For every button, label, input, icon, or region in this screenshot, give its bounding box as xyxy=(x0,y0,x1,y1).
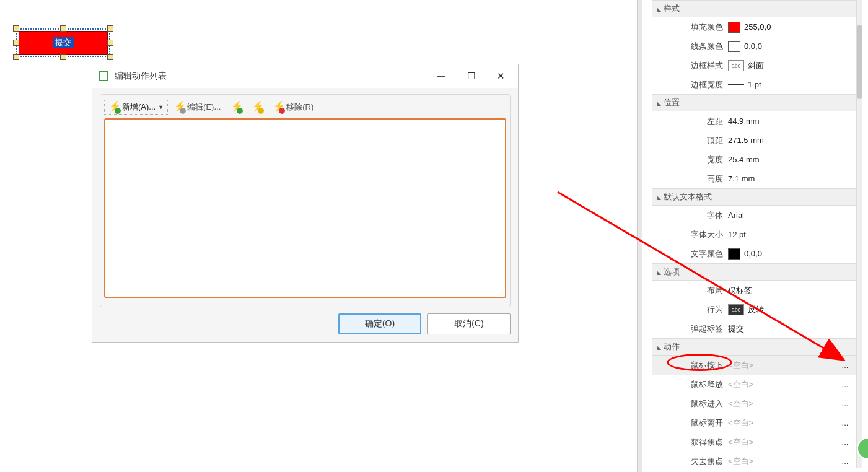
prop-mouseup[interactable]: 鼠标释放 <空白> ... xyxy=(652,375,862,394)
line-swatch[interactable] xyxy=(728,41,740,52)
line-width-icon xyxy=(728,84,744,85)
edit-actions-dialog: 编辑动作列表 新增(A)... ▼ 编辑(E)... 移除(R) xyxy=(92,64,519,343)
border-style-icon: abc xyxy=(728,60,744,71)
ok-button[interactable]: 确定(O) xyxy=(338,313,421,334)
text-color-swatch[interactable] xyxy=(728,248,740,260)
selected-shape[interactable]: 提交 xyxy=(16,28,110,57)
bolt-edit-icon xyxy=(173,102,185,113)
prop-up-label[interactable]: 弹起标签 提交 xyxy=(652,319,862,338)
prop-font-color[interactable]: 文字颜色 0,0,0 xyxy=(652,244,862,263)
form-button-label: 提交 xyxy=(53,37,74,48)
form-button-shape[interactable]: 提交 xyxy=(19,31,108,55)
window-close-button[interactable] xyxy=(486,67,515,85)
resize-handle-tr[interactable] xyxy=(107,25,113,32)
mousedown-more-button[interactable]: ... xyxy=(839,361,851,370)
window-maximize-button[interactable] xyxy=(456,67,486,85)
prop-behavior[interactable]: 行为 abc反转 xyxy=(652,300,862,319)
prop-blur[interactable]: 失去焦点 <空白> ... xyxy=(652,452,862,468)
dialog-toolbar: 新增(A)... ▼ 编辑(E)... 移除(R) xyxy=(104,98,506,118)
cancel-button[interactable]: 取消(C) xyxy=(427,313,511,334)
dropdown-caret-icon: ▼ xyxy=(158,104,164,110)
blur-more-button[interactable]: ... xyxy=(839,457,851,466)
resize-handle-tm[interactable] xyxy=(60,25,66,32)
remove-label: 移除(R) xyxy=(286,102,313,113)
mouseout-more-button[interactable]: ... xyxy=(839,418,851,427)
section-options[interactable]: 选项 xyxy=(652,263,862,281)
prop-border-style[interactable]: 边框样式 abc斜面 xyxy=(652,56,862,75)
bolt-remove-icon xyxy=(273,102,284,113)
add-label: 新增(A)... xyxy=(122,102,156,113)
prop-width[interactable]: 宽度 25.4 mm xyxy=(652,150,862,169)
prop-mousein[interactable]: 鼠标进入 <空白> ... xyxy=(652,394,862,413)
window-minimize-button[interactable] xyxy=(426,67,456,85)
dialog-title: 编辑动作列表 xyxy=(115,71,426,82)
behavior-icon: abc xyxy=(728,304,744,315)
fill-swatch[interactable] xyxy=(728,22,740,33)
dialog-body: 新增(A)... ▼ 编辑(E)... 移除(R) xyxy=(100,94,511,307)
prop-top[interactable]: 顶距 271.5 mm xyxy=(652,131,862,150)
dialog-titlebar[interactable]: 编辑动作列表 xyxy=(92,64,518,88)
prop-fill-color[interactable]: 填充颜色 255,0,0 xyxy=(652,17,862,37)
dialog-footer: 确定(O) 取消(C) xyxy=(338,313,511,334)
prop-border-width[interactable]: 边框宽度 1 pt xyxy=(652,75,862,94)
prop-font[interactable]: 字体 Arial xyxy=(652,206,862,225)
section-actions[interactable]: 动作 xyxy=(652,338,862,356)
resize-handle-mr[interactable] xyxy=(107,40,113,46)
move-down-button[interactable] xyxy=(247,100,267,115)
focus-more-button[interactable]: ... xyxy=(839,437,851,447)
prop-layout[interactable]: 布局 仅标签 xyxy=(652,281,862,300)
mousein-more-button[interactable]: ... xyxy=(839,399,851,408)
section-style[interactable]: 样式 xyxy=(652,0,862,17)
dialog-app-icon xyxy=(99,71,108,81)
bolt-up-icon xyxy=(230,102,242,113)
prop-height[interactable]: 高度 7.1 mm xyxy=(652,169,862,188)
resize-handle-bm[interactable] xyxy=(60,54,66,60)
bolt-down-icon xyxy=(252,102,263,113)
resize-handle-br[interactable] xyxy=(107,54,113,60)
prop-focus[interactable]: 获得焦点 <空白> ... xyxy=(652,432,862,452)
prop-font-size[interactable]: 字体大小 12 pt xyxy=(652,225,862,244)
edit-label: 编辑(E)... xyxy=(187,102,221,113)
add-action-button[interactable]: 新增(A)... ▼ xyxy=(104,100,168,115)
section-textfmt[interactable]: 默认文本格式 xyxy=(652,188,862,206)
prop-mouseout[interactable]: 鼠标离开 <空白> ... xyxy=(652,413,862,432)
ok-label: 确定(O) xyxy=(365,318,395,330)
bolt-add-icon xyxy=(108,102,120,113)
resize-handle-tl[interactable] xyxy=(13,25,19,32)
edit-action-button[interactable]: 编辑(E)... xyxy=(169,100,225,115)
move-up-button[interactable] xyxy=(226,100,246,115)
cancel-label: 取消(C) xyxy=(454,318,483,330)
resize-handle-ml[interactable] xyxy=(13,40,19,46)
resize-handle-bl[interactable] xyxy=(13,54,19,60)
properties-panel: 样式 填充颜色 255,0,0 线条颜色 0,0,0 边框样式 abc斜面 边框… xyxy=(652,0,862,468)
remove-action-button[interactable]: 移除(R) xyxy=(268,100,318,115)
panel-scrollbar[interactable] xyxy=(856,0,862,468)
prop-line-color[interactable]: 线条颜色 0,0,0 xyxy=(652,37,862,56)
scrollbar-thumb[interactable] xyxy=(857,25,862,99)
actions-listbox[interactable] xyxy=(104,118,506,298)
prop-mousedown[interactable]: 鼠标按下 <空白> ... xyxy=(652,356,862,375)
section-position[interactable]: 位置 xyxy=(652,94,862,111)
mouseup-more-button[interactable]: ... xyxy=(839,380,851,389)
prop-left[interactable]: 左距 44.9 mm xyxy=(652,111,862,131)
